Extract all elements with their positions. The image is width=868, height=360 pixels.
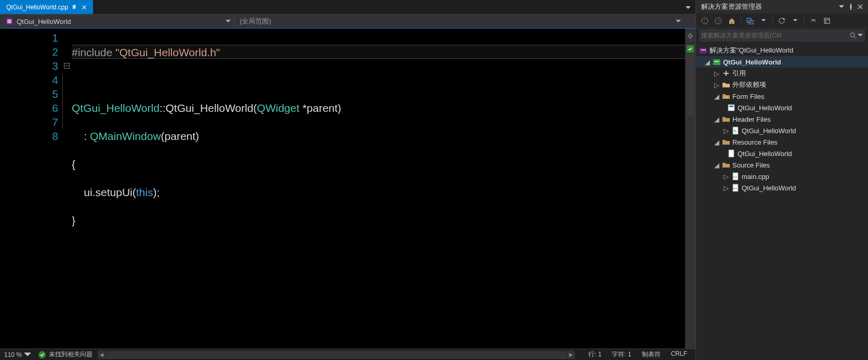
sync-icon[interactable] bbox=[744, 15, 756, 27]
filter-folder-icon bbox=[722, 115, 730, 123]
chevron-down-icon bbox=[676, 20, 681, 23]
expand-toggle-icon[interactable]: ◢ bbox=[704, 59, 711, 65]
nav-class-dropdown[interactable]: QtGui_HelloWorld bbox=[0, 15, 234, 28]
code-content[interactable]: #include "QtGui_HelloWorld.h" QtGui_Hell… bbox=[71, 29, 685, 349]
svg-rect-15 bbox=[729, 106, 733, 107]
form-files-folder[interactable]: ◢ Form Files bbox=[696, 91, 868, 102]
tab-overflow-button[interactable] bbox=[683, 2, 693, 12]
panel-dropdown-button[interactable] bbox=[837, 2, 846, 11]
expand-toggle-icon[interactable]: ◢ bbox=[714, 93, 720, 99]
project-node[interactable]: ◢ QtGui_HelloWorld bbox=[696, 56, 868, 68]
solution-root[interactable]: 解决方案"QtGui_HelloWorld bbox=[696, 45, 868, 56]
header-file-item[interactable]: ▷ h QtGui_HelloWorld bbox=[696, 125, 868, 136]
refresh-icon[interactable] bbox=[776, 15, 787, 27]
expand-toggle-icon[interactable]: ◢ bbox=[714, 116, 720, 122]
svg-rect-10 bbox=[701, 49, 706, 50]
svg-rect-4 bbox=[731, 22, 732, 24]
split-editor-button[interactable] bbox=[685, 29, 695, 43]
editor-right-column bbox=[685, 29, 695, 349]
solution-explorer-panel: 解决方案资源管理器 搜索解决方案资源管理器(Ctrl 解决方案"QtGui_He… bbox=[695, 0, 868, 360]
source-main-item[interactable]: ▷ ++ main.cpp bbox=[696, 171, 868, 182]
chevron-down-icon[interactable] bbox=[858, 34, 863, 37]
tab-filename: QtGui_HelloWorld.cpp bbox=[6, 4, 68, 11]
pin-icon[interactable] bbox=[846, 2, 856, 11]
svg-rect-13 bbox=[726, 71, 727, 76]
back-button[interactable] bbox=[699, 15, 711, 27]
panel-title-text: 解决方案资源管理器 bbox=[701, 2, 762, 11]
svg-rect-1 bbox=[7, 19, 11, 23]
source-file-item[interactable]: ▷ ++ QtGui_HelloWorld bbox=[696, 182, 868, 194]
solution-tree[interactable]: 解决方案"QtGui_HelloWorld ◢ QtGui_HelloWorld… bbox=[696, 44, 868, 360]
svg-text:h: h bbox=[734, 128, 737, 134]
expand-toggle-icon[interactable]: ▷ bbox=[714, 70, 720, 76]
status-line-ending[interactable]: CRLF bbox=[671, 350, 687, 359]
active-tab[interactable]: QtGui_HelloWorld.cpp bbox=[0, 0, 93, 14]
svg-rect-9 bbox=[700, 48, 707, 54]
form-file-item[interactable]: QtGui_HelloWorld bbox=[696, 102, 868, 113]
fold-toggle-icon[interactable] bbox=[64, 63, 70, 69]
source-files-folder[interactable]: ◢ Source Files bbox=[696, 159, 868, 171]
chevron-down-icon bbox=[226, 20, 231, 23]
horizontal-scrollbar[interactable]: ◄► bbox=[98, 351, 575, 359]
svg-point-8 bbox=[850, 33, 854, 37]
fold-column[interactable] bbox=[62, 29, 71, 349]
pin-icon[interactable] bbox=[71, 4, 77, 10]
close-icon[interactable] bbox=[856, 2, 865, 11]
solution-toolbar bbox=[696, 14, 868, 28]
nav-scope-dropdown[interactable]: (全局范围) bbox=[234, 15, 686, 28]
code-editor[interactable]: 12345678 #include "QtGui_HelloWorld.h" Q… bbox=[0, 29, 695, 349]
toolbar-dropdown-icon[interactable] bbox=[758, 15, 769, 27]
toolbar-dropdown-icon[interactable] bbox=[790, 15, 801, 27]
nav-scope-label: (全局范围) bbox=[240, 17, 271, 26]
overview-scrollbar[interactable] bbox=[687, 54, 694, 116]
document-tabs: QtGui_HelloWorld.cpp bbox=[0, 0, 695, 14]
status-row[interactable]: 行: 1 bbox=[588, 350, 601, 359]
status-col[interactable]: 字符: 1 bbox=[612, 350, 631, 359]
h-file-icon: h bbox=[731, 126, 740, 135]
zoom-level[interactable]: 110 % bbox=[0, 351, 24, 358]
filter-folder-icon bbox=[722, 92, 730, 100]
cpp-file-icon: ++ bbox=[731, 184, 740, 192]
properties-icon[interactable] bbox=[821, 15, 833, 27]
navigation-bar: QtGui_HelloWorld (全局范围) bbox=[0, 14, 695, 29]
health-indicator-icon[interactable] bbox=[687, 45, 694, 53]
expand-toggle-icon[interactable]: ▷ bbox=[723, 173, 729, 179]
expand-toggle-icon[interactable]: ◢ bbox=[714, 162, 720, 168]
issues-text[interactable]: 未找到相关问题 bbox=[49, 350, 93, 359]
chevron-down-icon[interactable] bbox=[24, 351, 31, 358]
nav-class-label: QtGui_HelloWorld bbox=[17, 18, 71, 25]
resource-file-item[interactable]: QtGui_HelloWorld bbox=[696, 148, 868, 159]
project-icon bbox=[713, 58, 721, 66]
forward-button[interactable] bbox=[713, 15, 724, 27]
folder-icon bbox=[722, 81, 730, 89]
home-icon[interactable] bbox=[726, 15, 738, 27]
search-placeholder: 搜索解决方案资源管理器(Ctrl bbox=[701, 31, 849, 40]
close-icon[interactable] bbox=[81, 4, 88, 11]
solution-search-input[interactable]: 搜索解决方案资源管理器(Ctrl bbox=[699, 29, 865, 42]
expand-toggle-icon[interactable]: ▷ bbox=[723, 127, 729, 134]
svg-rect-11 bbox=[713, 59, 720, 65]
collapse-icon[interactable] bbox=[808, 15, 819, 27]
expand-toggle-icon[interactable]: ▷ bbox=[714, 82, 720, 88]
cpp-file-icon: ++ bbox=[731, 172, 740, 181]
issues-ok-icon[interactable] bbox=[38, 351, 46, 358]
svg-rect-14 bbox=[728, 105, 734, 111]
status-tabs[interactable]: 制表符 bbox=[642, 350, 661, 359]
svg-rect-7 bbox=[824, 18, 830, 23]
references-node[interactable]: ▷ 引用 bbox=[696, 68, 868, 79]
file-icon bbox=[727, 149, 735, 158]
scroll-left-icon[interactable]: ◄ bbox=[98, 351, 106, 359]
expand-toggle-icon[interactable]: ◢ bbox=[714, 139, 720, 145]
scroll-right-icon[interactable]: ► bbox=[567, 351, 575, 359]
resource-files-folder[interactable]: ◢ Resource Files bbox=[696, 136, 868, 148]
external-deps-node[interactable]: ▷ 外部依赖项 bbox=[696, 79, 868, 91]
expand-toggle-icon[interactable]: ▷ bbox=[723, 185, 729, 191]
filter-folder-icon bbox=[722, 161, 730, 169]
filter-folder-icon bbox=[722, 138, 730, 146]
panel-titlebar[interactable]: 解决方案资源管理器 bbox=[696, 0, 868, 14]
header-files-folder[interactable]: ◢ Header Files bbox=[696, 113, 868, 125]
svg-text:++: ++ bbox=[733, 175, 737, 179]
solution-icon bbox=[699, 46, 707, 55]
editor-statusbar: 110 % 未找到相关问题 ◄► 行: 1 字符: 1 制表符 CRLF bbox=[0, 349, 695, 360]
svg-text:++: ++ bbox=[733, 187, 737, 190]
